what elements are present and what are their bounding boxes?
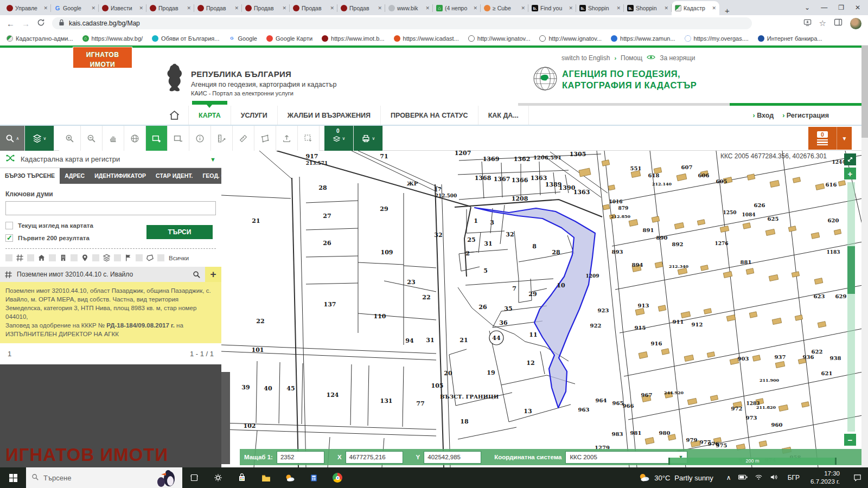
minimize-icon[interactable]: — bbox=[821, 4, 827, 11]
search-tab-адрес[interactable]: АДРЕС bbox=[60, 168, 90, 184]
tab-close-icon[interactable]: ✕ bbox=[187, 5, 191, 11]
filter-checkbox-grid[interactable] bbox=[5, 254, 12, 261]
tab[interactable]: b.Shoppin✕ bbox=[576, 1, 624, 15]
toolbar-globe-button[interactable] bbox=[124, 126, 146, 151]
taskbar-weather-widget[interactable]: 30°C Partly sunny bbox=[630, 472, 721, 484]
search-button[interactable]: ТЪРСИ bbox=[146, 225, 213, 239]
microsoft-store-icon[interactable] bbox=[230, 467, 254, 488]
tab[interactable]: Извести✕ bbox=[99, 1, 146, 15]
bookmark-item[interactable]: https://my.overgas.... bbox=[685, 35, 749, 42]
tab-close-icon[interactable]: ✕ bbox=[378, 5, 382, 11]
settings-gear-icon[interactable] bbox=[206, 467, 230, 488]
filter-checkbox-building[interactable] bbox=[49, 254, 56, 261]
scrollbar-thumb[interactable] bbox=[861, 46, 868, 138]
bookmark-item[interactable]: http://www.ignatov... bbox=[468, 35, 531, 42]
toolbar-search-button[interactable]: ∧ bbox=[0, 126, 25, 151]
tab[interactable]: ≥ Cube✕ bbox=[481, 1, 528, 15]
login-link[interactable]: › Вход bbox=[753, 112, 774, 119]
layer-select[interactable]: Кадастрална карта и регистри ▼ bbox=[0, 151, 221, 168]
toolbar-visible-layers-button[interactable]: ∨0 bbox=[324, 126, 354, 151]
page-scrollbar[interactable] bbox=[861, 46, 868, 467]
install-icon[interactable] bbox=[803, 18, 812, 29]
tab[interactable]: Управле✕ bbox=[3, 1, 51, 15]
scale-input[interactable] bbox=[277, 451, 324, 464]
bookmark-item[interactable]: GGoogle bbox=[228, 35, 257, 42]
toolbar-measure-area-button[interactable] bbox=[254, 126, 276, 151]
start-button[interactable] bbox=[0, 467, 26, 488]
side-panel-icon[interactable] bbox=[834, 18, 843, 29]
map-viewport[interactable]: 1207917213.57171ЖР136913621206.591130513… bbox=[221, 151, 861, 467]
nav-item-услуги[interactable]: УСЛУГИ bbox=[231, 106, 277, 125]
toolbar-zoom-in-button[interactable] bbox=[59, 126, 81, 151]
toolbar-layers-button[interactable]: ∨ bbox=[25, 126, 54, 151]
result-row[interactable]: Поземлен имот 32010.44.10 с. Ивайло + bbox=[0, 267, 221, 282]
toolbar-zoom-rect-in-button[interactable] bbox=[146, 126, 168, 151]
nav-item-как-да-[interactable]: КАК ДА... bbox=[478, 106, 529, 125]
back-icon[interactable]: ← bbox=[7, 19, 15, 28]
page-number[interactable]: 1 bbox=[8, 350, 11, 358]
tab-close-icon[interactable]: ✕ bbox=[234, 5, 239, 11]
tab-close-icon[interactable]: ✕ bbox=[616, 5, 621, 11]
new-tab-button[interactable]: + bbox=[719, 6, 735, 15]
x-coordinate-input[interactable] bbox=[346, 451, 403, 464]
tab[interactable]: Кадастр✕ bbox=[672, 1, 719, 15]
search-tab-идентификатор[interactable]: ИДЕНТИФИКАТОР bbox=[90, 168, 151, 184]
tab[interactable]: b.Find you✕ bbox=[528, 1, 576, 15]
tab-close-icon[interactable]: ✕ bbox=[282, 5, 286, 11]
accessibility-link[interactable]: За незрящи bbox=[660, 54, 695, 62]
calculator-icon[interactable] bbox=[302, 467, 326, 488]
y-coordinate-input[interactable] bbox=[424, 451, 481, 464]
toolbar-pan-button[interactable] bbox=[103, 126, 124, 151]
zoom-slider-thumb[interactable] bbox=[847, 246, 855, 294]
toolbar-select-button[interactable] bbox=[298, 126, 320, 151]
weather-app-icon[interactable] bbox=[278, 467, 302, 488]
taskbar-search-box[interactable]: Търсене bbox=[26, 467, 182, 488]
tab-close-icon[interactable]: ✕ bbox=[569, 5, 573, 11]
bookmark-item[interactable]: Google Карти bbox=[266, 35, 312, 42]
taskbar-clock[interactable]: 17:30 6.7.2023 г. bbox=[804, 470, 846, 486]
tab-close-icon[interactable]: ✕ bbox=[664, 5, 668, 11]
reload-icon[interactable] bbox=[37, 18, 45, 29]
tab-close-icon[interactable]: ✕ bbox=[139, 5, 143, 11]
bookmark-star-icon[interactable]: ☆ bbox=[819, 18, 826, 28]
cart-button[interactable]: 0 ▼ bbox=[808, 127, 852, 150]
bookmark-item[interactable]: Интернет банкира... bbox=[758, 35, 822, 42]
add-to-cart-icon[interactable]: + bbox=[205, 267, 221, 282]
language-indicator[interactable]: БГР bbox=[783, 474, 804, 481]
nav-item-карта[interactable]: КАРТА bbox=[188, 106, 231, 125]
file-explorer-icon[interactable] bbox=[254, 467, 278, 488]
toolbar-print-button[interactable]: ∨ bbox=[354, 126, 383, 151]
task-view-icon[interactable] bbox=[182, 467, 206, 488]
tab[interactable]: b.Shoppin✕ bbox=[624, 1, 672, 15]
profile-avatar[interactable] bbox=[850, 18, 861, 29]
tab-search-chevron-icon[interactable]: ⌄ bbox=[805, 4, 810, 11]
restore-icon[interactable]: ❐ bbox=[838, 4, 844, 11]
tab[interactable]: GGoogle✕ bbox=[51, 1, 99, 15]
tab[interactable]: Продав✕ bbox=[146, 1, 194, 15]
tab-close-icon[interactable]: ✕ bbox=[712, 5, 716, 11]
filter-checkbox-flag[interactable] bbox=[114, 254, 121, 261]
filter-checkbox-layers[interactable] bbox=[92, 254, 99, 261]
toolbar-zoom-out-button[interactable] bbox=[81, 126, 103, 151]
current-view-checkbox[interactable] bbox=[5, 222, 13, 229]
action-center-icon[interactable] bbox=[846, 467, 868, 488]
zoom-to-result-icon[interactable] bbox=[193, 271, 201, 279]
close-icon[interactable]: ✕ bbox=[855, 4, 860, 11]
tab-close-icon[interactable]: ✕ bbox=[91, 5, 95, 11]
fullscreen-icon[interactable] bbox=[844, 153, 856, 165]
switch-language-link[interactable]: switch to English bbox=[561, 54, 610, 62]
chevron-down-icon[interactable]: ▼ bbox=[837, 127, 852, 150]
map-canvas[interactable]: 1207917213.57171ЖР136913621206.591130513… bbox=[221, 151, 861, 467]
bookmark-item[interactable]: https://www.zamun... bbox=[611, 35, 675, 42]
filter-checkbox-polygon[interactable] bbox=[136, 254, 143, 261]
tray-chevron-up-icon[interactable]: ∧ bbox=[726, 474, 731, 481]
filter-checkbox-house[interactable] bbox=[27, 254, 34, 261]
toolbar-info-button[interactable] bbox=[189, 126, 211, 151]
search-tab-бързо-търсене[interactable]: БЪРЗО ТЪРСЕНЕ bbox=[0, 168, 60, 184]
bookmark-item[interactable]: https://www.icadast... bbox=[394, 35, 459, 42]
nav-item-жалби-и-възражения[interactable]: ЖАЛБИ И ВЪЗРАЖЕНИЯ bbox=[277, 106, 380, 125]
toolbar-zoom-rect-out-button[interactable] bbox=[168, 126, 189, 151]
zoom-in-button[interactable]: + bbox=[844, 168, 856, 179]
filter-checkbox-all[interactable] bbox=[157, 254, 164, 261]
tab-close-icon[interactable]: ✕ bbox=[521, 5, 525, 11]
